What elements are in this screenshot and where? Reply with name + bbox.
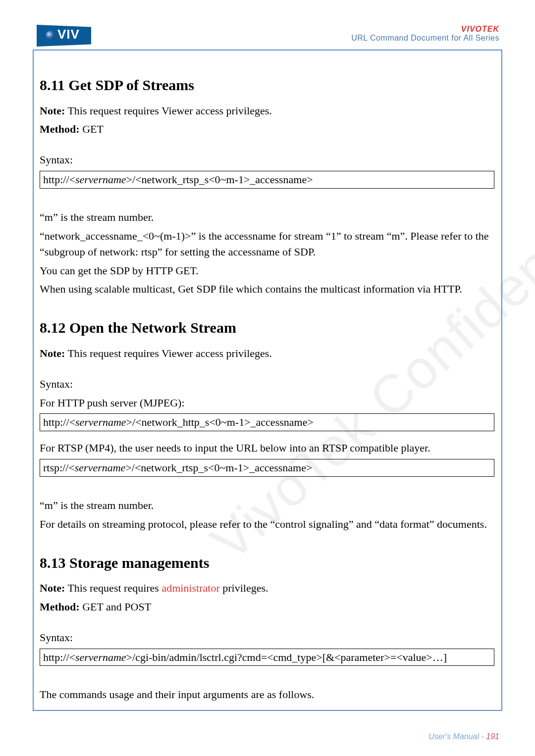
p811-3: You can get the SDP by HTTP GET. [40, 263, 495, 279]
heading-8-11: 8.11 Get SDP of Streams [40, 74, 495, 96]
logo-text: VIV [57, 27, 80, 42]
method-label: Method: [40, 123, 80, 135]
note-label: Note: [40, 104, 65, 117]
header-brand: VIVOTEK [351, 25, 499, 34]
p811-2: “network_accessname_<0~(m-1)>” is the ac… [40, 228, 495, 260]
note-line-811: Note: This request requires Viewer acces… [40, 103, 495, 119]
syntax-pre: rtsp://< [43, 461, 75, 474]
syntax-servername: servername [75, 416, 126, 428]
administrator-word: administrator [161, 582, 219, 594]
brand-logo: VIV [37, 25, 91, 47]
syntax-post: >/<network_http_s<0~m-1>_accessname> [126, 416, 314, 428]
syntax-label-813: Syntax: [40, 630, 495, 646]
page: VivoTek Confidential VIV VIVOTEK URL Com… [0, 0, 535, 756]
p812-http: For HTTP push server (MJPEG): [40, 395, 495, 411]
syntax-box-812-rtsp: rtsp://<servername>/<network_rtsp_s<0~m-… [40, 459, 494, 477]
note-text: This request requires Viewer access priv… [65, 347, 272, 359]
p812-1: “m” is the stream number. [40, 498, 495, 513]
p812-2: For details on streaming protocol, pleas… [40, 516, 495, 532]
page-header: VIV VIVOTEK URL Command Document for All… [0, 24, 535, 48]
p812-rtsp: For RTSP (MP4), the user needs to input … [40, 440, 495, 456]
p813-1: The commands usage and their input argum… [40, 687, 495, 703]
note-line-813: Note: This request requires administrato… [40, 580, 495, 596]
method-text: GET [80, 123, 104, 135]
method-text: GET and POST [80, 601, 151, 613]
syntax-post: >/<network_rtsp_s<0~m-1>_accessname> [125, 461, 312, 474]
header-subtitle: URL Command Document for All Series [351, 34, 499, 43]
method-label: Method: [40, 601, 80, 613]
method-line-811: Method: GET [40, 121, 495, 137]
method-line-813: Method: GET and POST [40, 599, 495, 615]
syntax-box-813: http://<servername>/cgi-bin/admin/lsctrl… [40, 649, 494, 666]
p811-1: “m” is the stream number. [40, 209, 495, 225]
page-footer: User's Manual - 191 [428, 732, 499, 741]
note-text-post: privileges. [220, 582, 268, 594]
syntax-servername: servername [75, 651, 126, 663]
syntax-box-811: http://<servername>/<network_rtsp_s<0~m-… [40, 171, 494, 189]
syntax-pre: http://< [43, 651, 75, 663]
syntax-post: >/<network_rtsp_s<0~m-1>_accessname> [126, 173, 313, 186]
syntax-box-812-http: http://<servername>/<network_http_s<0~m-… [40, 413, 494, 431]
heading-8-12: 8.12 Open the Network Stream [40, 317, 495, 339]
note-line-812: Note: This request requires Viewer acces… [40, 346, 495, 361]
note-label: Note: [40, 347, 65, 359]
syntax-label-811: Syntax: [40, 152, 495, 168]
syntax-pre: http://< [43, 173, 75, 186]
syntax-pre: http://< [43, 416, 75, 428]
note-label: Note: [40, 582, 65, 594]
syntax-servername: servername [75, 461, 126, 474]
note-text-pre: This request requires [65, 582, 161, 594]
logo-lens-icon [46, 31, 55, 41]
syntax-servername: servername [75, 173, 126, 186]
syntax-label-812: Syntax: [40, 376, 495, 392]
content-body: 8.11 Get SDP of Streams Note: This reque… [40, 59, 495, 706]
note-text: This request requires Viewer access priv… [65, 104, 272, 117]
heading-8-13: 8.13 Storage managements [40, 552, 495, 574]
header-text-block: VIVOTEK URL Command Document for All Ser… [351, 25, 499, 43]
footer-page-number: 191 [486, 732, 499, 741]
footer-label: User's Manual - [428, 732, 486, 741]
syntax-post: >/cgi-bin/admin/lsctrl.cgi?cmd=<cmd_type… [126, 651, 447, 663]
p811-4: When using scalable multicast, Get SDP f… [40, 281, 495, 297]
